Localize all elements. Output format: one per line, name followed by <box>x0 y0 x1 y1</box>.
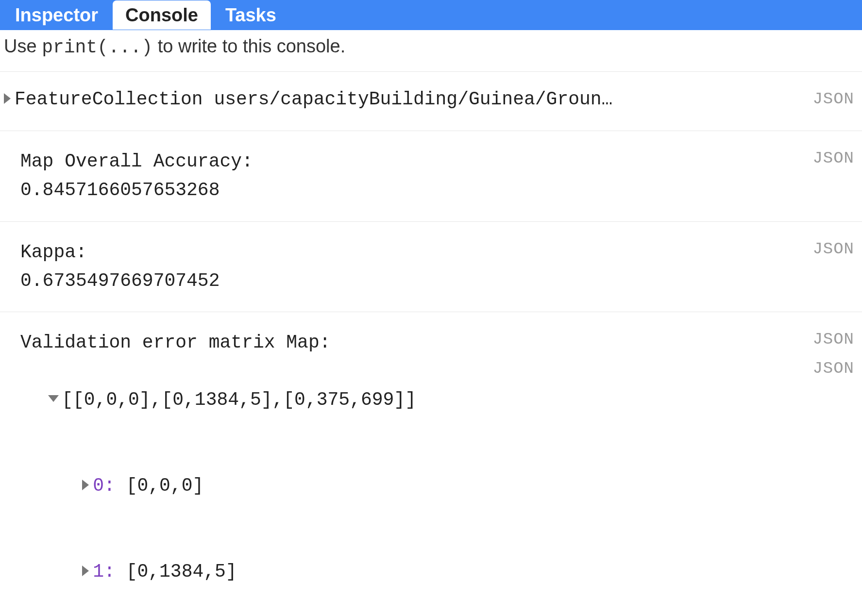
matrix-row[interactable]: 1: [0,1384,5] <box>4 529 857 615</box>
json-badge[interactable]: JSON <box>812 356 854 382</box>
matrix-row-value: [0,1384,5] <box>126 561 237 582</box>
console-entry-kappa: JSON Kappa: 0.6735497669707452 <box>0 222 862 313</box>
console-hint: Use print(...) to write to this console. <box>0 30 862 72</box>
console-entry-matrix: JSON JSON Validation error matrix Map: [… <box>0 312 862 616</box>
accuracy-label: Map Overall Accuracy: <box>4 148 857 176</box>
hint-code: print(...) <box>42 37 152 58</box>
console-entry-featurecollection: JSON FeatureCollection users/capacityBui… <box>0 72 862 131</box>
tab-inspector[interactable]: Inspector <box>2 0 111 30</box>
accuracy-value: 0.8457166057653268 <box>4 176 857 205</box>
hint-prefix: Use <box>4 36 42 56</box>
matrix-row-index: 0: <box>93 475 115 496</box>
matrix-row[interactable]: 0: [0,0,0] <box>4 443 857 529</box>
collapse-icon[interactable] <box>48 395 59 402</box>
kappa-value: 0.6735497669707452 <box>4 267 857 296</box>
hint-suffix: to write to this console. <box>152 36 345 56</box>
json-badge[interactable]: JSON <box>812 86 854 112</box>
tab-tasks[interactable]: Tasks <box>213 0 289 30</box>
fc-text[interactable]: FeatureCollection users/capacityBuilding… <box>15 85 612 114</box>
matrix-summary: [[0,0,0],[0,1384,5],[0,375,699]] <box>62 389 416 410</box>
console-entry-accuracy: JSON Map Overall Accuracy: 0.84571660576… <box>0 131 862 222</box>
tab-console[interactable]: Console <box>113 0 211 30</box>
expand-icon[interactable] <box>82 480 89 490</box>
matrix-summary-row[interactable]: [[0,0,0],[0,1384,5],[0,375,699]] <box>4 357 857 443</box>
json-badge[interactable]: JSON <box>812 236 854 262</box>
matrix-row-index: 1: <box>93 561 115 582</box>
json-badge[interactable]: JSON <box>812 146 854 171</box>
expand-icon[interactable] <box>4 93 11 104</box>
kappa-label: Kappa: <box>4 238 857 267</box>
json-badge[interactable]: JSON <box>812 327 854 352</box>
matrix-row-value: [0,0,0] <box>126 475 204 496</box>
matrix-label: Validation error matrix Map: <box>4 329 857 357</box>
tab-bar: Inspector Console Tasks <box>0 0 862 30</box>
expand-icon[interactable] <box>82 566 89 576</box>
